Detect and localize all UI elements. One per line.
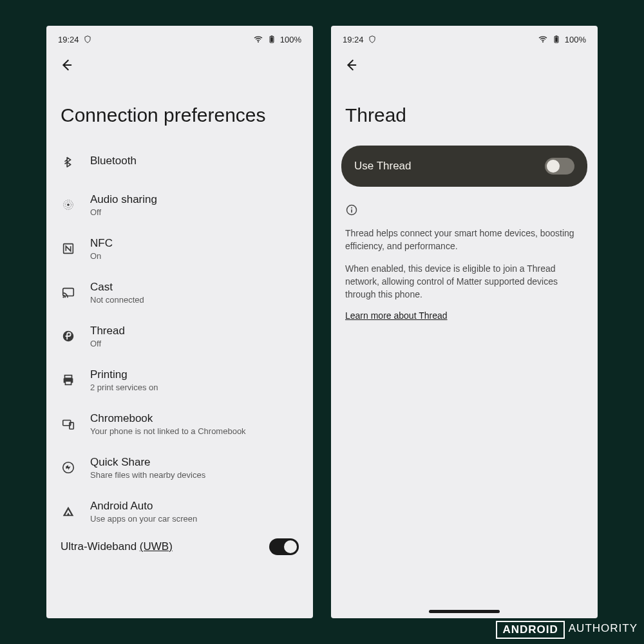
status-battery: 100% xyxy=(565,35,586,44)
uwb-label: Ultra-Wideband (UWB) xyxy=(61,540,173,553)
wifi-icon xyxy=(538,34,548,44)
nav-handle[interactable] xyxy=(429,610,500,613)
android-auto-icon xyxy=(61,504,76,519)
setting-quick-share[interactable]: Quick ShareShare files with nearby devic… xyxy=(46,446,313,489)
thread-info-p2: When enabled, this device is eligible to… xyxy=(345,262,583,301)
use-thread-label: Use Thread xyxy=(354,160,412,173)
setting-nfc[interactable]: NFCOn xyxy=(46,227,313,270)
setting-audio-sharing[interactable]: Audio sharingOff xyxy=(46,183,313,227)
use-thread-toggle-row[interactable]: Use Thread xyxy=(341,146,587,187)
printing-icon xyxy=(61,372,76,388)
thread-screen: 19:24 100% Thread Use Thread Thread help… xyxy=(331,26,598,618)
page-title: Thread xyxy=(331,81,598,143)
wifi-icon xyxy=(253,34,263,44)
status-battery: 100% xyxy=(280,35,301,44)
status-time: 19:24 xyxy=(343,35,364,44)
battery-icon xyxy=(267,35,276,44)
settings-list: Bluetooth Audio sharingOff NFCOn CastNot… xyxy=(46,139,313,533)
bluetooth-icon xyxy=(61,153,76,169)
connection-preferences-screen: 19:24 100% Connection preferences Blueto… xyxy=(46,26,313,618)
uwb-toggle[interactable] xyxy=(269,538,299,555)
thread-info-p1: Thread helps connect your smart home dev… xyxy=(345,227,583,253)
setting-cast[interactable]: CastNot connected xyxy=(46,270,313,314)
status-time: 19:24 xyxy=(58,35,79,44)
info-icon xyxy=(345,204,583,219)
chromebook-icon xyxy=(61,416,76,431)
battery-icon xyxy=(552,35,561,44)
setting-bluetooth[interactable]: Bluetooth xyxy=(46,139,313,183)
watermark: ANDROID AUTHORITY xyxy=(496,621,639,639)
setting-android-auto[interactable]: Android AutoUse apps on your car screen xyxy=(46,489,313,533)
back-button[interactable] xyxy=(340,54,362,76)
back-button[interactable] xyxy=(55,54,77,76)
audio-sharing-icon xyxy=(61,197,76,213)
use-thread-switch[interactable] xyxy=(545,158,574,175)
quick-share-icon xyxy=(61,460,76,475)
status-bar: 19:24 100% xyxy=(46,26,313,49)
page-title: Connection preferences xyxy=(46,81,313,139)
setting-chromebook[interactable]: ChromebookYour phone is not linked to a … xyxy=(46,402,313,446)
thread-info: Thread helps connect your smart home dev… xyxy=(331,198,598,327)
setting-printing[interactable]: Printing2 print services on xyxy=(46,358,313,402)
setting-thread[interactable]: ThreadOff xyxy=(46,314,313,358)
learn-more-link[interactable]: Learn more about Thread xyxy=(345,310,448,321)
nfc-icon xyxy=(61,241,76,256)
shield-icon xyxy=(83,35,92,44)
setting-uwb[interactable]: Ultra-Wideband (UWB) xyxy=(46,533,313,555)
cast-icon xyxy=(61,285,76,300)
shield-icon xyxy=(368,35,377,44)
status-bar: 19:24 100% xyxy=(331,26,598,49)
thread-icon xyxy=(61,328,76,344)
